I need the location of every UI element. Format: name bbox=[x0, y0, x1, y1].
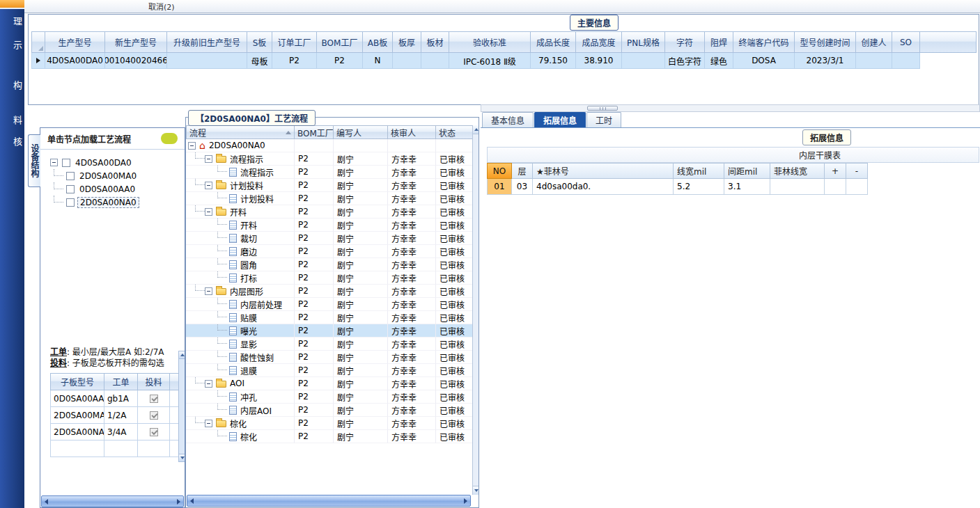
column-header[interactable]: 流程 bbox=[186, 125, 295, 139]
collapse-icon[interactable] bbox=[205, 155, 212, 163]
column-header[interactable]: 工单 bbox=[104, 373, 138, 390]
checkbox[interactable] bbox=[62, 159, 70, 167]
table-row[interactable]: 0D0SA00AA0gb1A bbox=[50, 390, 179, 407]
select-all-header[interactable] bbox=[31, 31, 45, 53]
column-header[interactable]: 板厚 bbox=[393, 31, 421, 53]
tree-node[interactable]: 2D0SA00NA0 bbox=[50, 196, 139, 209]
column-header[interactable]: 线宽mil bbox=[674, 163, 724, 179]
column-header[interactable]: 状态 bbox=[436, 125, 473, 139]
column-header[interactable]: 创建人 bbox=[856, 31, 892, 53]
column-header[interactable]: BOM工厂 bbox=[295, 125, 334, 139]
feed-checkbox[interactable] bbox=[150, 428, 158, 436]
column-header[interactable]: 层 bbox=[512, 163, 533, 179]
process-row[interactable]: 内层前处理P2剧宁方幸幸已审核 bbox=[186, 298, 473, 311]
scroll-up-button[interactable] bbox=[473, 125, 479, 134]
column-header[interactable]: 菲林线宽 bbox=[770, 163, 825, 179]
table-row[interactable]: 2D0SA00NA03/4A bbox=[50, 424, 179, 440]
process-row[interactable]: 内层图形P2剧宁方幸幸已审核 bbox=[186, 285, 473, 298]
checkbox[interactable] bbox=[66, 172, 75, 180]
process-row[interactable]: 退膜P2剧宁方幸幸已审核 bbox=[186, 364, 473, 377]
column-header[interactable]: 核审人 bbox=[388, 125, 436, 139]
column-header[interactable]: NO bbox=[487, 163, 512, 179]
column-header[interactable]: 订单工厂 bbox=[272, 31, 317, 53]
tree-node[interactable]: 2D0SA00MA0 bbox=[50, 169, 139, 182]
vertical-scrollbar[interactable] bbox=[178, 351, 185, 462]
column-header[interactable]: PNL规格 bbox=[622, 31, 665, 53]
collapse-icon[interactable] bbox=[205, 420, 212, 427]
process-row[interactable]: 酸性蚀刻P2剧宁方幸幸已审核 bbox=[186, 351, 473, 364]
feed-checkbox[interactable] bbox=[150, 411, 158, 420]
table-row[interactable]: 01034d0sa00da0.5.23.1 bbox=[487, 179, 868, 195]
process-row[interactable]: 曝光P2剧宁方幸幸已审核 bbox=[186, 324, 473, 338]
collapse-icon[interactable] bbox=[205, 287, 212, 295]
tab-device-structure[interactable]: 设备结构 bbox=[28, 134, 40, 187]
column-header[interactable]: 生产型号 bbox=[45, 31, 105, 53]
column-header[interactable]: 字符 bbox=[665, 31, 705, 53]
vertical-scrollbar[interactable] bbox=[472, 125, 479, 495]
main-info-row[interactable]: 4D0SA00DA010010400204667母板P2P2NIPC-6018 … bbox=[31, 53, 977, 69]
checkbox[interactable] bbox=[66, 198, 75, 207]
checkbox[interactable] bbox=[66, 185, 75, 193]
process-row[interactable]: 开料P2剧宁方幸幸已审核 bbox=[186, 205, 473, 219]
horizontal-scrollbar[interactable] bbox=[187, 495, 471, 507]
process-row[interactable]: 冲孔P2剧宁方幸幸已审核 bbox=[186, 390, 473, 404]
column-header[interactable]: 投料 bbox=[138, 373, 170, 390]
detail-tab[interactable]: 工时 bbox=[586, 112, 621, 127]
process-row[interactable]: 打标P2剧宁方幸幸已审核 bbox=[186, 271, 473, 285]
scroll-down-button[interactable] bbox=[179, 454, 185, 461]
process-row[interactable]: 开料P2剧宁方幸幸已审核 bbox=[186, 219, 473, 232]
column-header[interactable]: S板 bbox=[247, 31, 272, 53]
collapse-icon[interactable] bbox=[205, 380, 212, 388]
column-header[interactable]: + bbox=[825, 163, 846, 179]
collapse-icon[interactable] bbox=[188, 142, 196, 150]
process-row[interactable]: 内层AOIP2剧宁方幸幸已审核 bbox=[186, 404, 473, 417]
toolbar-button[interactable]: 取消(2) bbox=[148, 1, 175, 12]
column-header[interactable]: 升级前旧生产型号 bbox=[167, 31, 247, 53]
process-row[interactable]: 显影P2剧宁方幸幸已审核 bbox=[186, 338, 473, 351]
process-row[interactable]: 棕化P2剧宁方幸幸已审核 bbox=[186, 417, 473, 430]
collapse-icon[interactable] bbox=[205, 208, 212, 216]
scroll-up-button[interactable] bbox=[179, 351, 185, 359]
scroll-down-button[interactable] bbox=[473, 486, 479, 495]
process-row[interactable]: 圆角P2剧宁方幸幸已审核 bbox=[186, 258, 473, 271]
column-header[interactable]: 阻焊 bbox=[705, 31, 733, 53]
collapse-icon[interactable] bbox=[205, 182, 212, 189]
column-header[interactable]: BOM工厂 bbox=[317, 31, 363, 53]
tree-node-root[interactable]: 4D0SA00DA0 bbox=[50, 156, 139, 169]
process-row[interactable]: 计划投料P2剧宁方幸幸已审核 bbox=[186, 192, 473, 205]
feed-checkbox[interactable] bbox=[150, 395, 158, 403]
column-header[interactable]: ★菲林号 bbox=[533, 163, 674, 179]
scrollbar-thumb[interactable] bbox=[587, 106, 618, 111]
column-header[interactable]: 终端客户代码 bbox=[733, 31, 795, 53]
horizontal-scrollbar-top[interactable] bbox=[481, 104, 980, 112]
process-row[interactable]: 流程指示P2剧宁方幸幸已审核 bbox=[186, 166, 473, 179]
column-header[interactable]: 型号创建时间 bbox=[795, 31, 856, 53]
detail-tab[interactable]: 拓展信息 bbox=[534, 112, 586, 127]
nav-item[interactable]: 构 bbox=[13, 78, 22, 91]
column-header[interactable]: AB板 bbox=[363, 31, 393, 53]
column-header[interactable]: 成品宽度 bbox=[576, 31, 622, 53]
column-header[interactable]: 新生产型号 bbox=[105, 31, 167, 53]
process-row[interactable]: 裁切P2剧宁方幸幸已审核 bbox=[186, 232, 473, 245]
column-header[interactable]: 子板型号 bbox=[50, 373, 104, 390]
process-row[interactable]: AOIP2剧宁方幸幸已审核 bbox=[186, 377, 473, 390]
table-row[interactable]: 2D0SA00MA01/2A bbox=[50, 407, 179, 424]
nav-item[interactable]: 核 bbox=[13, 134, 22, 148]
column-header[interactable]: 间距mil bbox=[724, 163, 770, 179]
process-row[interactable]: 磨边P2剧宁方幸幸已审核 bbox=[186, 245, 473, 258]
nav-active-item[interactable] bbox=[0, 0, 24, 9]
nav-item[interactable]: 料 bbox=[13, 113, 22, 126]
column-header[interactable]: 成品长度 bbox=[531, 31, 576, 53]
process-row[interactable]: 计划投料P2剧宁方幸幸已审核 bbox=[186, 179, 473, 192]
detail-tab[interactable]: 基本信息 bbox=[482, 112, 534, 127]
process-row[interactable]: 棕化P2剧宁方幸幸已审核 bbox=[186, 430, 473, 443]
process-row[interactable]: ⌂2D0SA00NA0 bbox=[186, 139, 473, 152]
column-header[interactable]: 验收标准 bbox=[449, 31, 531, 53]
nav-item[interactable]: 理 bbox=[13, 14, 22, 27]
column-header[interactable]: - bbox=[846, 163, 868, 179]
column-header[interactable]: 板材 bbox=[421, 31, 449, 53]
process-row[interactable]: 贴膜P2剧宁方幸幸已审核 bbox=[186, 311, 473, 324]
column-header[interactable]: SO bbox=[892, 31, 920, 53]
horizontal-scrollbar[interactable] bbox=[41, 495, 184, 507]
row-selector-cell[interactable] bbox=[31, 53, 45, 69]
